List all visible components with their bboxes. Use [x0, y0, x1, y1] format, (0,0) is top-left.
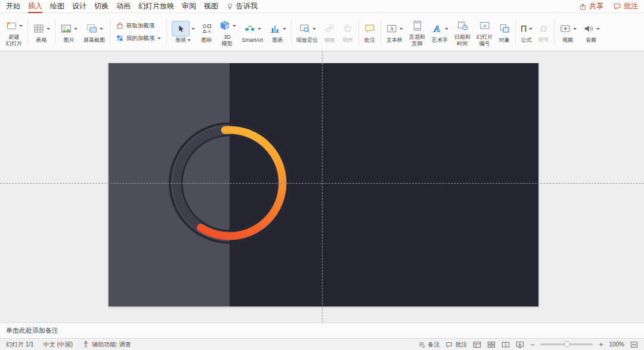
button-label: 文本框 — [386, 37, 402, 43]
button-label: 缩放定位 — [296, 37, 318, 43]
dropdown-caret — [100, 28, 103, 30]
zoom-slider[interactable] — [540, 343, 593, 345]
editing-area[interactable] — [0, 51, 644, 323]
smartart-button[interactable]: SmartArt — [240, 14, 266, 49]
slide-canvas[interactable] — [109, 63, 538, 306]
menu-tab-animations[interactable]: 动画 — [116, 0, 131, 13]
3d-cube-icon — [219, 20, 231, 32]
chart-button[interactable]: 图表 — [267, 14, 289, 49]
status-bar-right: 备注 批注 − + — [418, 340, 638, 349]
wordart-button[interactable]: A 艺术字 — [429, 14, 451, 49]
dropdown-caret — [312, 28, 316, 30]
menu-tab-tell-me[interactable]: 告诉我 — [226, 0, 258, 13]
ribbon-separator — [55, 18, 55, 45]
link-button: 链接 — [321, 14, 338, 49]
dropdown-caret — [596, 28, 600, 30]
language-indicator[interactable]: 中文 (中国) — [44, 340, 73, 349]
slideshow-view-icon[interactable] — [516, 341, 524, 348]
share-button[interactable]: 共享 — [579, 1, 603, 11]
fit-slide-to-window-icon[interactable] — [630, 341, 638, 348]
link-icon — [324, 23, 336, 35]
header-footer-button[interactable]: 页眉和 页脚 — [407, 14, 428, 49]
button-label: 日期和 时间 — [454, 34, 470, 47]
picture-icon — [60, 23, 72, 35]
menu-bar-right: 共享 批注 — [579, 1, 638, 11]
notes-toggle[interactable]: 备注 — [418, 340, 439, 349]
reading-view-icon[interactable] — [501, 341, 510, 348]
object-button[interactable]: 对象 — [496, 14, 513, 49]
slide-number-icon: # — [479, 20, 491, 32]
menu-tab-view[interactable]: 视图 — [204, 0, 218, 13]
symbol-icon: Ω — [540, 24, 547, 33]
comments-toggle[interactable]: 批注 — [445, 340, 467, 349]
share-label: 共享 — [589, 1, 603, 11]
get-addins-button[interactable]: 获取加载项 — [116, 21, 161, 30]
screenshot-button[interactable]: 屏幕截图 — [81, 14, 107, 49]
header-footer-icon — [411, 20, 423, 32]
svg-text:A: A — [390, 26, 394, 32]
button-label: 新建 幻灯片 — [6, 34, 22, 47]
menu-tab-transitions[interactable]: 切换 — [94, 0, 109, 13]
menu-tab-home[interactable]: 开始 — [6, 0, 20, 13]
dropdown-caret — [283, 28, 286, 30]
accessibility-label: 辅助功能: 调查 — [92, 340, 131, 349]
screenshot-icon — [86, 23, 98, 35]
action-star-icon — [342, 23, 354, 35]
notes-pane[interactable]: 单击此处添加备注 — [0, 323, 644, 338]
shapes-button[interactable]: 形状 — [169, 14, 197, 49]
button-label: 图片 — [64, 37, 75, 43]
button-label: 链接 — [324, 37, 335, 43]
my-addins-button[interactable]: 我的加载项 — [116, 34, 161, 42]
ribbon-separator — [291, 18, 292, 45]
icons-button[interactable]: 图标 — [199, 14, 215, 49]
horizontal-guide[interactable] — [0, 183, 644, 184]
slide-number-button[interactable]: # 幻灯片 编号 — [474, 14, 495, 49]
menu-tab-draw[interactable]: 绘图 — [50, 0, 64, 13]
slide-sorter-view-icon[interactable] — [487, 341, 496, 348]
dropdown-caret — [19, 25, 23, 27]
menu-tab-design[interactable]: 设计 — [72, 0, 86, 13]
date-time-button[interactable]: 日期和 时间 — [452, 14, 473, 49]
ribbon-toolbar: 新建 幻灯片 表格 图片 — [0, 13, 644, 51]
zoom-percentage[interactable]: 100% — [609, 341, 624, 348]
equation-icon: Π — [521, 24, 527, 33]
picture-button[interactable]: 图片 — [58, 14, 80, 49]
menu-tab-slideshow[interactable]: 幻灯片放映 — [138, 0, 174, 13]
comments-button[interactable]: 批注 — [613, 1, 638, 11]
icons-icon — [201, 23, 213, 35]
comment-icon — [613, 2, 621, 10]
normal-view-icon[interactable] — [473, 341, 481, 348]
status-bar: 幻灯片 1/1 中文 (中国) 辅助功能: 调查 备注 批注 — [0, 338, 644, 350]
select-tool-highlight[interactable] — [172, 21, 190, 36]
zoom-slider-thumb[interactable] — [564, 341, 570, 347]
new-slide-icon — [5, 20, 17, 32]
new-comment-button[interactable]: 批注 — [361, 14, 378, 49]
dropdown-caret — [233, 25, 236, 27]
accessibility-status[interactable]: 辅助功能: 调查 — [82, 340, 131, 349]
wordart-icon: A — [431, 23, 443, 35]
bar-chart-icon — [269, 23, 281, 35]
button-label: 获取加载项 — [126, 22, 155, 30]
table-button[interactable]: 表格 — [30, 14, 52, 49]
menu-tab-label: 告诉我 — [236, 1, 258, 11]
zoom-out-button[interactable]: − — [530, 340, 534, 349]
3d-models-button[interactable]: 3D 模型 — [216, 14, 239, 49]
menu-tab-review[interactable]: 审阅 — [182, 0, 196, 13]
symbol-button: Ω 符号 — [536, 14, 552, 49]
ribbon-separator — [166, 18, 167, 45]
slide-indicator[interactable]: 幻灯片 1/1 — [6, 340, 34, 349]
new-slide-button[interactable]: 新建 幻灯片 — [3, 14, 25, 49]
button-label: 批注 — [364, 37, 375, 43]
zoom-link-button[interactable]: 缩放定位 — [294, 14, 320, 49]
slide-right-panel[interactable] — [230, 63, 538, 306]
button-label: 我的加载项 — [126, 35, 155, 42]
audio-icon — [583, 23, 595, 35]
audio-button[interactable]: 音频 — [580, 14, 602, 49]
equation-button[interactable]: Π 公式 — [518, 14, 535, 49]
menu-tab-insert[interactable]: 插入 — [28, 0, 42, 13]
zoom-in-button[interactable]: + — [599, 340, 603, 349]
vertical-guide[interactable] — [322, 51, 323, 323]
text-box-button[interactable]: A 文本框 — [383, 14, 405, 49]
video-button[interactable]: 视频 — [557, 14, 579, 49]
ribbon-separator — [110, 18, 110, 45]
